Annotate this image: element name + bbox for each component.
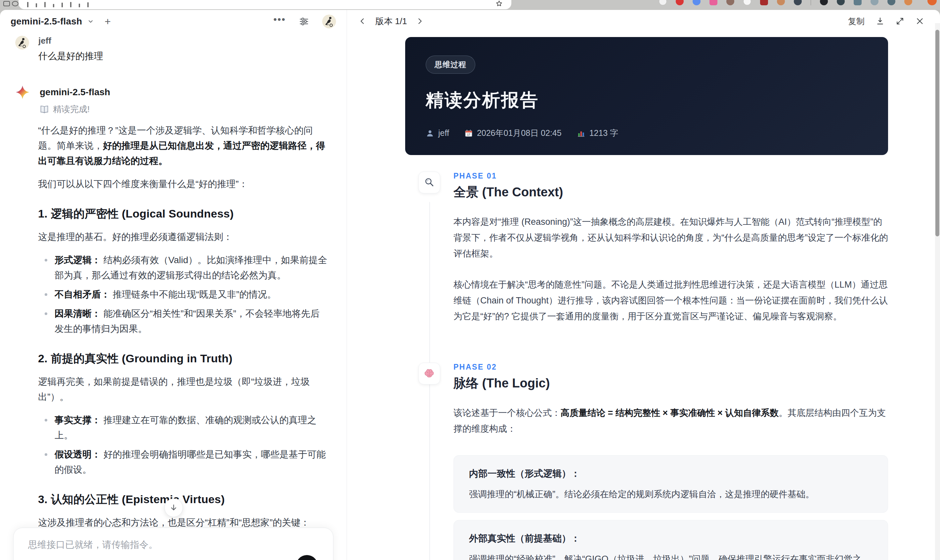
phase-title: 全景 (The Context)	[453, 184, 888, 201]
browser-icons-separator	[811, 0, 811, 5]
address-text-remnant	[44, 2, 46, 7]
browser-extension-icon[interactable]	[854, 0, 861, 5]
assistant-message: gemini-2.5-flash 精读完成! “什么是好的推理？”这是一个涉及逻…	[15, 85, 329, 560]
section-heading: 1. 逻辑的严密性 (Logical Soundness)	[38, 206, 329, 222]
app-window: gemini-2.5-flash + •••	[0, 10, 940, 560]
version-label: 版本 1/1	[375, 15, 407, 27]
expand-icon[interactable]	[896, 17, 904, 25]
user-avatar[interactable]	[322, 15, 336, 28]
chat-panel: gemini-2.5-flash + •••	[0, 10, 347, 560]
browser-extension-icon[interactable]	[760, 0, 768, 5]
close-icon[interactable]	[915, 17, 924, 25]
status-text: 精读完成!	[53, 103, 89, 115]
address-text-remnant	[70, 2, 71, 7]
version-next-icon[interactable]	[416, 17, 423, 25]
meta-item: jeff	[426, 128, 449, 138]
dimension-card-title: 内部一致性（形式逻辑）：	[469, 468, 872, 480]
chat-scroll-area[interactable]: jeff 什么是好的推理 gemini-2.5-flash	[0, 33, 347, 560]
browser-extension-icon[interactable]	[871, 0, 878, 5]
address-text-remnant	[62, 3, 63, 7]
list-item: 因果清晰： 能准确区分“相关性”和“因果关系”，不会轻率地将先后发生的事情归为因…	[55, 306, 329, 337]
browser-extension-icon[interactable]	[659, 0, 667, 5]
scrollbar[interactable]	[935, 23, 940, 560]
settings-sliders-icon[interactable]	[298, 16, 310, 27]
address-text-remnant	[53, 4, 54, 7]
browser-apps-icon[interactable]	[12, 1, 18, 6]
phase-label: PHASE 02	[453, 363, 888, 372]
browser-extension-icon[interactable]	[837, 0, 845, 5]
dimension-card-text: 强调推理的“机械正确”。结论必须在给定的规则系统内逻辑自洽，这是推理的硬件基础。	[469, 487, 872, 502]
browser-extension-icon[interactable]	[676, 0, 684, 5]
meta-item: 172026年01月08日 02:45	[464, 128, 562, 138]
browser-extension-icon[interactable]	[743, 0, 751, 5]
browser-extension-icon[interactable]	[777, 0, 785, 5]
magnifier-icon	[418, 172, 440, 193]
browser-extension-icon[interactable]	[904, 0, 912, 5]
browser-extension-icon[interactable]	[888, 0, 895, 5]
dimension-card-text: 强调推理的“经验校准”。解决“GIGO（垃圾进，垃圾出）”问题，确保推理引擎运行…	[469, 551, 872, 560]
browser-extension-icon[interactable]	[794, 0, 802, 5]
phase-section: PHASE 01全景 (The Context)本内容是对“推理 (Reason…	[405, 172, 888, 340]
phases-timeline: PHASE 01全景 (The Context)本内容是对“推理 (Reason…	[405, 172, 888, 560]
new-chat-button[interactable]: +	[105, 16, 111, 27]
browser-extension-icon[interactable]	[726, 0, 734, 5]
list-item: 事实支撑： 推理建立在可靠的数据、准确的观测或公认的真理之上。	[55, 412, 329, 443]
more-options-icon[interactable]: •••	[273, 20, 286, 23]
phase-paragraph: 核心情境在于解决“思考的随意性”问题。不论是人类通过批判性思维进行决策，还是大语…	[453, 277, 888, 324]
browser-extension-icon[interactable]	[693, 0, 701, 5]
bullet-list: 形式逻辑： 结构必须有效（Valid）。比如演绎推理中，如果前提全部为真，那么通…	[38, 252, 329, 337]
report-meta: jeff172026年01月08日 02:451213 字	[426, 128, 868, 138]
paragraph: “什么是好的推理？”这是一个涉及逻辑学、认知科学和哲学核心的问题。简单来说，好的…	[38, 123, 329, 169]
list-item: 假设透明： 好的推理会明确指明哪些是已知事实，哪些是基于可能的假设。	[55, 447, 329, 477]
screen: gemini-2.5-flash + •••	[0, 0, 940, 560]
address-text-remnant	[79, 4, 80, 7]
phase-intro: 该论述基于一个核心公式：高质量结论 = 结构完整性 × 事实准确性 × 认知自律…	[453, 405, 888, 437]
user-message-text: 什么是好的推理	[39, 50, 103, 63]
artifact-header: 版本 1/1 复制	[347, 10, 940, 32]
scrollbar-thumb[interactable]	[935, 30, 939, 236]
browser-back-icon[interactable]	[3, 1, 10, 6]
dimension-card-title: 外部真实性（前提基础）：	[469, 532, 872, 545]
list-item: 不自相矛盾： 推理链条中不能出现“既是又非”的情况。	[55, 287, 329, 302]
version-prev-icon[interactable]	[359, 17, 366, 25]
gemini-star-icon	[15, 85, 30, 100]
paragraph: 逻辑再完美，如果前提是错误的，推理也是垃圾（即“垃圾进，垃圾出”）。	[38, 374, 329, 405]
address-text-remnant	[27, 2, 28, 7]
report-title: 精读分析报告	[426, 88, 868, 112]
bullet-list: 事实支撑： 推理建立在可靠的数据、准确的观测或公认的真理之上。假设透明： 好的推…	[38, 412, 329, 477]
model-selector[interactable]: gemini-2.5-flash	[11, 16, 82, 27]
browser-toolbar	[0, 0, 940, 10]
composer-placeholder[interactable]: 思维接口已就绪，请传输指令。	[28, 538, 319, 551]
phase-body: PHASE 02脉络 (The Logic)该论述基于一个核心公式：高质量结论 …	[453, 363, 888, 560]
section-heading: 2. 前提的真实性 (Grounding in Truth)	[38, 351, 329, 366]
copy-button[interactable]: 复制	[848, 16, 864, 27]
phase-paragraph: 本内容是对“推理 (Reasoning)”这一抽象概念的高层建模。在知识爆炸与人…	[453, 214, 888, 262]
scroll-to-bottom-button[interactable]	[164, 498, 183, 517]
report-hero-card: 思维过程 精读分析报告 jeff172026年01月08日 02:451213 …	[405, 37, 888, 155]
download-icon[interactable]	[876, 17, 885, 25]
meta-item: 1213 字	[577, 128, 618, 138]
person-icon	[426, 129, 434, 137]
phase-label: PHASE 01	[453, 172, 888, 180]
browser-extension-icon[interactable]	[709, 0, 717, 5]
dimension-card: 外部真实性（前提基础）：强调推理的“经验校准”。解决“GIGO（垃圾进，垃圾出）…	[453, 520, 888, 560]
message-composer[interactable]: 思维接口已就绪，请传输指令。	[13, 528, 333, 560]
artifact-panel: 版本 1/1 复制	[347, 10, 940, 560]
address-text-remnant	[36, 3, 37, 7]
bookmark-star-icon[interactable]	[495, 0, 503, 7]
status-line: 精读完成!	[40, 103, 329, 115]
extension-icons-row	[659, 0, 912, 5]
brain-icon	[418, 363, 440, 385]
chevron-down-icon[interactable]	[87, 18, 94, 25]
browser-profile-avatar[interactable]	[928, 0, 937, 5]
voice-input-button[interactable]	[296, 555, 318, 560]
phase-title: 脉络 (The Logic)	[453, 375, 888, 392]
user-avatar	[15, 36, 29, 49]
meta-text: 2026年01月08日 02:45	[477, 128, 562, 138]
calendar-icon: 17	[464, 129, 473, 137]
browser-extension-icon[interactable]	[820, 0, 828, 5]
address-bar[interactable]	[18, 0, 512, 9]
list-item: 形式逻辑： 结构必须有效（Valid）。比如演绎推理中，如果前提全部为真，那么通…	[55, 252, 329, 283]
report-content[interactable]: 思维过程 精读分析报告 jeff172026年01月08日 02:451213 …	[405, 32, 888, 560]
phase-body: PHASE 01全景 (The Context)本内容是对“推理 (Reason…	[453, 172, 888, 340]
